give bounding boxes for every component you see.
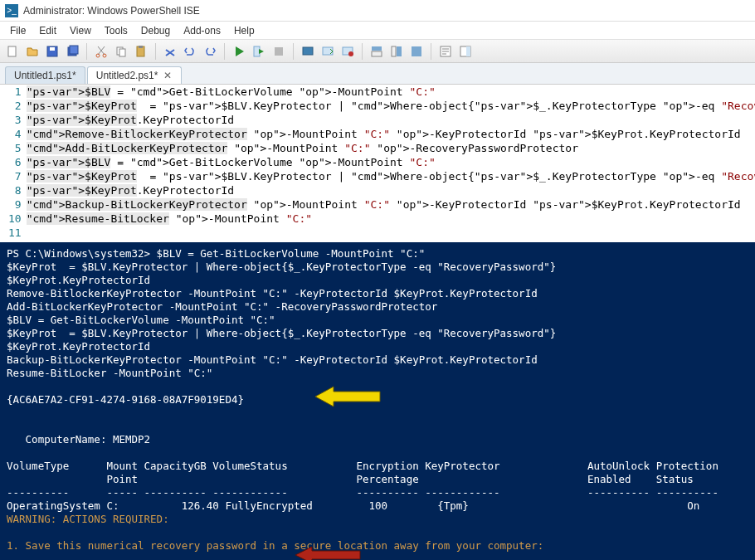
show-addon-icon[interactable] <box>456 42 475 61</box>
svg-rect-14 <box>323 47 333 55</box>
new-remote-icon[interactable] <box>299 42 317 61</box>
svg-rect-20 <box>397 46 402 56</box>
svg-marker-25 <box>315 387 380 407</box>
start-pssession-icon[interactable] <box>319 42 337 61</box>
toolbar <box>0 40 755 63</box>
svg-rect-24 <box>466 46 470 56</box>
console-pane[interactable]: PS C:\Windows\system32> $BLV = Get-BitLo… <box>0 242 755 560</box>
tabbar: Untitled1.ps1* Untitled2.ps1* ✕ <box>0 63 755 85</box>
tab-untitled1[interactable]: Untitled1.ps1* <box>5 66 85 84</box>
show-script-right-icon[interactable] <box>387 42 406 61</box>
tab-untitled2[interactable]: Untitled2.ps1* ✕ <box>87 66 183 84</box>
svg-rect-12 <box>275 47 283 56</box>
open-file-icon[interactable] <box>23 42 41 61</box>
window-title: Administrator: Windows PowerShell ISE <box>23 5 200 17</box>
menu-help[interactable]: Help <box>227 22 261 39</box>
annotation-arrow-red <box>295 545 362 560</box>
save-all-icon[interactable] <box>63 42 81 61</box>
svg-rect-2 <box>50 47 55 51</box>
cut-icon[interactable] <box>92 42 110 61</box>
script-editor[interactable]: 1234567891011 "ps-var">$BLV = "cmd">Get-… <box>0 85 755 242</box>
titlebar: >_ Administrator: Windows PowerShell ISE <box>0 0 755 22</box>
undo-icon[interactable] <box>181 42 199 61</box>
tab-label: Untitled1.ps1* <box>14 70 76 81</box>
svg-rect-17 <box>372 46 382 51</box>
svg-rect-21 <box>412 46 421 56</box>
toolbar-separator <box>224 43 225 60</box>
stop-icon[interactable] <box>270 42 288 61</box>
stop-pssession-icon[interactable] <box>339 42 357 61</box>
app-icon: >_ <box>5 4 18 17</box>
svg-rect-10 <box>139 46 143 48</box>
show-script-max-icon[interactable] <box>407 42 426 61</box>
new-file-icon[interactable] <box>3 42 22 61</box>
menu-tools[interactable]: Tools <box>98 22 134 39</box>
svg-rect-0 <box>8 46 16 56</box>
svg-rect-18 <box>372 51 382 56</box>
menu-file[interactable]: File <box>3 22 32 39</box>
redo-icon[interactable] <box>201 42 219 61</box>
copy-icon[interactable] <box>112 42 130 61</box>
svg-point-16 <box>348 51 353 56</box>
close-icon[interactable]: ✕ <box>163 71 173 80</box>
annotation-arrow-yellow <box>315 385 382 408</box>
menubar: File Edit View Tools Debug Add-ons Help <box>0 22 755 40</box>
svg-rect-13 <box>303 47 313 55</box>
show-script-top-icon[interactable] <box>368 42 386 61</box>
show-command-icon[interactable] <box>436 42 455 61</box>
run-selection-icon[interactable] <box>250 42 268 61</box>
svg-rect-8 <box>119 49 125 56</box>
line-gutter: 1234567891011 <box>0 85 27 242</box>
svg-marker-26 <box>295 547 360 560</box>
svg-rect-11 <box>254 46 260 56</box>
toolbar-separator <box>431 43 431 60</box>
menu-view[interactable]: View <box>63 22 98 39</box>
toolbar-separator <box>362 43 363 60</box>
code-area[interactable]: "ps-var">$BLV = "cmd">Get-BitLockerVolum… <box>27 85 755 242</box>
tab-label: Untitled2.ps1* <box>96 70 158 81</box>
menu-edit[interactable]: Edit <box>32 22 63 39</box>
save-icon[interactable] <box>43 42 61 61</box>
toolbar-separator <box>293 43 294 60</box>
menu-addons[interactable]: Add-ons <box>177 22 227 39</box>
clear-icon[interactable] <box>161 42 179 61</box>
toolbar-separator <box>155 43 156 60</box>
run-icon[interactable] <box>230 42 248 61</box>
paste-icon[interactable] <box>132 42 150 61</box>
toolbar-separator <box>86 43 87 60</box>
svg-rect-4 <box>70 46 78 54</box>
svg-rect-19 <box>392 46 396 56</box>
menu-debug[interactable]: Debug <box>134 22 177 39</box>
